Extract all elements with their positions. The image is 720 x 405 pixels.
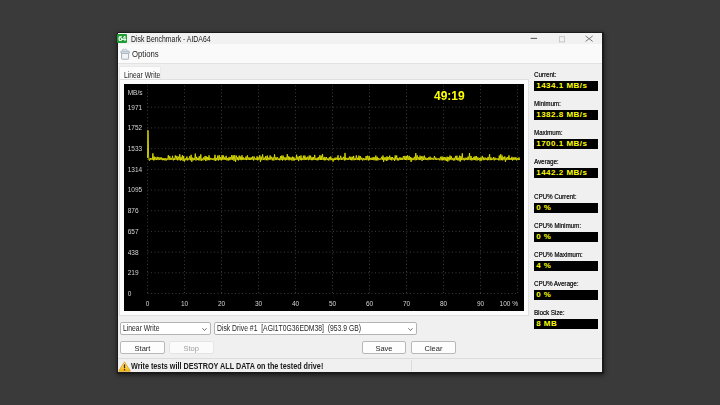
svg-text:60: 60	[365, 300, 373, 307]
svg-text:10: 10	[180, 300, 188, 307]
svg-text:0: 0	[145, 300, 149, 307]
svg-text:49:19: 49:19	[433, 89, 464, 103]
svg-text:1533: 1533	[127, 145, 142, 152]
svg-text:657: 657	[127, 228, 138, 235]
svg-text:1314: 1314	[127, 166, 142, 173]
svg-text:219: 219	[127, 269, 138, 276]
svg-text:1752: 1752	[127, 124, 142, 131]
svg-text:70: 70	[402, 300, 410, 307]
svg-text:80: 80	[439, 300, 447, 307]
svg-text:50: 50	[328, 300, 336, 307]
svg-text:0: 0	[127, 290, 131, 297]
svg-text:40: 40	[291, 300, 299, 307]
svg-text:20: 20	[217, 300, 225, 307]
svg-text:30: 30	[254, 300, 262, 307]
svg-text:1971: 1971	[127, 104, 142, 111]
svg-text:1095: 1095	[127, 186, 142, 193]
svg-text:MB/s: MB/s	[127, 89, 143, 96]
svg-text:876: 876	[127, 207, 138, 214]
svg-text:438: 438	[127, 249, 138, 256]
svg-text:100 %: 100 %	[499, 300, 518, 307]
svg-text:90: 90	[476, 300, 484, 307]
